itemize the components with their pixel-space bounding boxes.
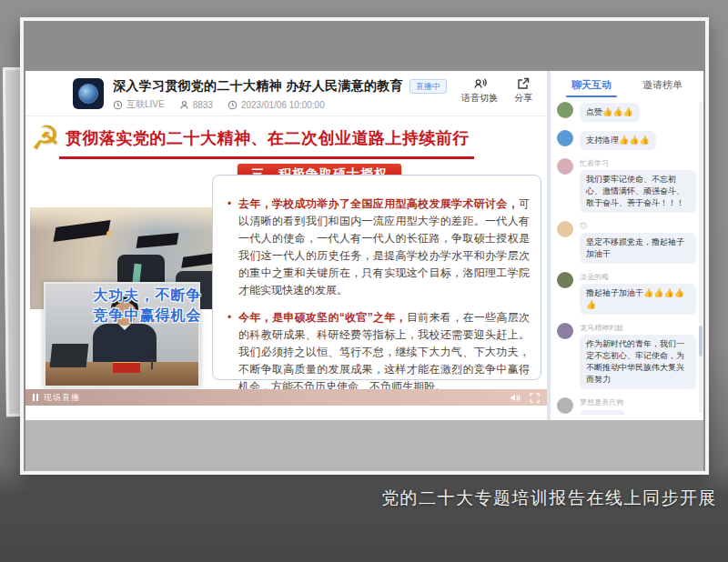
live-badge: 直播中 — [410, 79, 447, 94]
viewer-count: 8833 — [193, 100, 213, 110]
voice-switch-button[interactable]: 语音切换 — [461, 77, 498, 105]
chat-message: 淡蓝的梅撸起袖子加油干👍👍👍👍👍 — [557, 272, 696, 315]
avatar — [557, 323, 573, 339]
avatar — [557, 102, 573, 118]
fullscreen-icon[interactable] — [530, 393, 540, 403]
clock-icon — [228, 100, 238, 110]
chat-message-bubble: 坚定不移跟党走，撸起袖子加油干 — [580, 233, 696, 264]
stream-title: 深入学习贯彻党的二十大精神 办好人民满意的教育 — [113, 78, 403, 95]
party-emblem-icon: ☭ — [31, 120, 60, 156]
slide-content-box: •去年，学校成功举办了全国应用型高校发展学术研讨会，可以清晰的看到我们和国内一流… — [212, 175, 541, 380]
share-label: 分享 — [514, 92, 532, 105]
tab-invite-ranking[interactable]: 邀请榜单 — [641, 75, 684, 95]
share-button[interactable]: 分享 — [514, 77, 532, 105]
globe-icon — [78, 84, 98, 104]
video-player-bar: 现场直播 — [25, 389, 547, 406]
chat-message: 支持洛理👍👍👍 — [557, 130, 696, 150]
avatar — [557, 158, 573, 175]
chat-user-name: 龙马精神刘超 — [580, 323, 696, 333]
chat-scrollbar-thumb[interactable] — [699, 326, 703, 356]
bullet-1-lead: 去年，学校成功举办了全国应用型高校发展学术研讨会， — [238, 197, 519, 210]
platform-icon — [113, 100, 123, 110]
voice-switch-icon — [473, 77, 487, 90]
chat-scrollbar[interactable] — [699, 102, 703, 413]
graduation-cap-shape — [136, 233, 179, 248]
presentation-slide: ☭ 贯彻落实党的二十大精神、在二次创业道路上持续前行 三、积极争取硕士授权 •去… — [25, 116, 547, 389]
chat-message: 😊坚定不移跟党走，撸起袖子加油干 — [557, 221, 696, 264]
bullet-1-body: 可以清晰的看到我们和国内一流应用型大学的差距。一代人有一代人的使命，一代人有一代… — [238, 197, 530, 296]
volume-icon[interactable] — [510, 393, 521, 403]
chat-message: 龙马精神刘超作为新时代的青年，我们一定不忘初心、牢记使命，为不断推动中华民族伟大… — [557, 323, 696, 389]
chat-message-bubble: 我们要牢记使命、不忘初心、激情满怀、顽强奋斗、敢于奋斗、善于奋斗！！！ — [580, 170, 696, 213]
slide-title: 贯彻落实党的二十大精神、在二次创业道路上持续前行 — [66, 127, 470, 149]
chat-message-list[interactable]: 点赞👍👍👍支持洛理👍👍👍忙着学习我们要牢记使命、不忘初心、激情满怀、顽强奋斗、敢… — [557, 102, 696, 415]
chat-message: 点赞👍👍👍 — [557, 102, 696, 122]
tab-chat[interactable]: 聊天互动 — [570, 75, 613, 95]
photo-lower-margin — [25, 420, 703, 471]
subtitle-line-2: 竞争中赢得机会 — [67, 306, 228, 326]
chat-sidebar: 聊天互动 邀请榜单 点赞👍👍👍支持洛理👍👍👍忙着学习我们要牢记使命、不忘初心、激… — [551, 71, 703, 420]
chat-message: 梦想是养只狗支持洛理 — [557, 397, 696, 415]
chat-message-bubble: 作为新时代的青年，我们一定不忘初心、牢记使命，为不断推动中华民族伟大复兴而努力 — [580, 335, 696, 389]
chat-user-name: 梦想是养只狗 — [580, 397, 696, 407]
subtitle-line-1: 大功夫，不断争 — [67, 286, 228, 306]
slide-bullet-1: •去年，学校成功举办了全国应用型高校发展学术研讨会，可以清晰的看到我们和国内一流… — [228, 196, 530, 299]
graduation-cap-shape — [181, 252, 212, 267]
voice-switch-label: 语音切换 — [461, 92, 498, 105]
viewers-icon — [179, 100, 189, 110]
avatar — [557, 397, 573, 414]
stream-header: 深入学习贯彻党的二十大精神 办好人民满意的教育 直播中 互联LIVE 8833 … — [25, 71, 547, 116]
share-icon — [517, 77, 530, 90]
player-status-label: 现场直播 — [44, 392, 80, 404]
screenshot-photo: 深入学习贯彻党的二十大精神 办好人民满意的教育 直播中 互联LIVE 8833 … — [20, 17, 709, 475]
avatar — [557, 221, 573, 237]
chat-message-bubble: 支持洛理👍👍👍 — [580, 131, 656, 150]
tassel-shape — [106, 231, 111, 236]
stream-logo — [73, 78, 104, 109]
chat-user-name: 😊 — [580, 221, 696, 231]
chat-message: 忙着学习我们要牢记使命、不忘初心、激情满怀、顽强奋斗、敢于奋斗、善于奋斗！！！ — [557, 158, 696, 213]
platform-label: 互联LIVE — [126, 98, 165, 111]
stream-meta: 互联LIVE 8833 2023/01/06 10:00:00 — [113, 98, 325, 111]
live-stream-window: 深入学习贯彻党的二十大精神 办好人民满意的教育 直播中 互联LIVE 8833 … — [25, 71, 703, 420]
chat-message-bubble: 撸起袖子加油干👍👍👍👍👍 — [580, 284, 696, 315]
name-plate — [113, 362, 140, 373]
chat-user-name: 忙着学习 — [580, 158, 696, 168]
news-caption: 党的二十大专题培训报告在线上同步开展 — [381, 487, 717, 510]
bullet-marker: • — [228, 196, 231, 213]
chat-user-name: 淡蓝的梅 — [580, 272, 696, 282]
bullet-2-lead: 今年，是申硕攻坚的“收官”之年， — [238, 311, 407, 324]
chat-message-bubble: 点赞👍👍👍 — [580, 103, 640, 122]
microphone-shape — [151, 356, 153, 369]
slide-bullet-2: •今年，是申硕攻坚的“收官”之年，目前来看，在一些高层次的科教研成果、科研经费等… — [228, 309, 530, 389]
chat-message-bubble: 支持洛理 — [580, 410, 625, 415]
slide-title-underline — [59, 156, 474, 159]
avatar — [557, 130, 573, 146]
stream-datetime: 2023/01/06 10:00:00 — [241, 100, 325, 110]
bullet-marker: • — [228, 309, 231, 326]
live-subtitle-overlay: 大功夫，不断争 竞争中赢得机会 — [67, 286, 228, 326]
avatar — [557, 272, 573, 288]
laptop-shape — [50, 344, 89, 367]
pause-button[interactable] — [33, 394, 38, 401]
